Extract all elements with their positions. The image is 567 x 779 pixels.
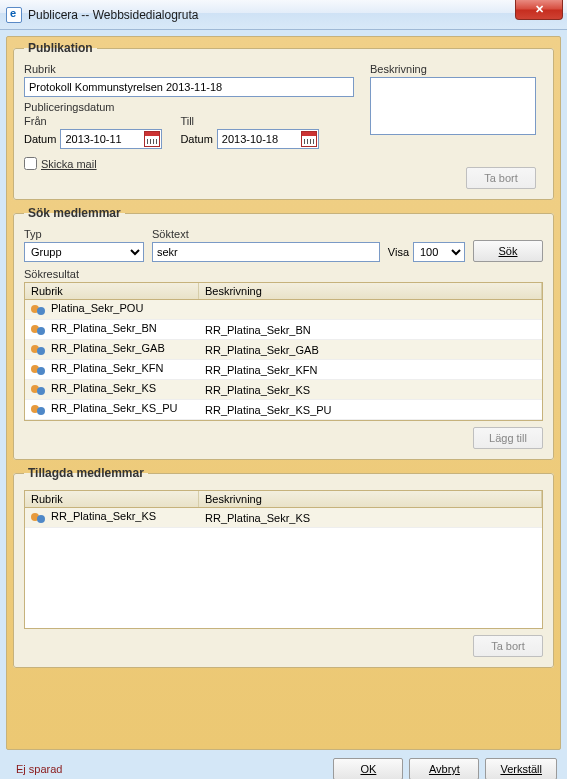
soktext-input[interactable]: [152, 242, 380, 262]
panel-publikation: Publikation Rubrik Publiceringsdatum Frå…: [13, 41, 554, 200]
panel-sok-medlemmar: Sök medlemmar Typ Grupp Söktext Visa 100…: [13, 206, 554, 460]
group-icon: [31, 323, 47, 337]
table-row[interactable]: Platina_Sekr_POU: [25, 300, 542, 320]
typ-label: Typ: [24, 228, 144, 240]
typ-select[interactable]: Grupp: [24, 242, 144, 262]
panel-tillagda-medlemmar: Tillagda medlemmar Rubrik Beskrivning RR…: [13, 466, 554, 668]
fran-label: Från: [24, 115, 162, 127]
group-icon: [31, 343, 47, 357]
table-row[interactable]: RR_Platina_Sekr_KFNRR_Platina_Sekr_KFN: [25, 360, 542, 380]
beskrivning-label: Beskrivning: [370, 63, 536, 75]
from-date-field[interactable]: [60, 129, 162, 149]
ta-bort-button: Ta bort: [466, 167, 536, 189]
ta-bort-medlem-button: Ta bort: [473, 635, 543, 657]
skicka-mail-label[interactable]: Skicka mail: [41, 158, 97, 170]
cell-beskrivning: RR_Platina_Sekr_GAB: [199, 344, 542, 356]
calendar-icon[interactable]: [144, 131, 160, 147]
lagg-till-button: Lägg till: [473, 427, 543, 449]
col-rubrik-header[interactable]: Rubrik: [25, 283, 199, 299]
visa-label: Visa: [388, 246, 409, 258]
table-row[interactable]: RR_Platina_Sekr_KSRR_Platina_Sekr_KS: [25, 380, 542, 400]
cell-beskrivning: RR_Platina_Sekr_KS: [199, 384, 542, 396]
avbryt-button[interactable]: Avbryt: [409, 758, 479, 779]
group-icon: [31, 363, 47, 377]
soktext-label: Söktext: [152, 228, 380, 240]
cell-rubrik: RR_Platina_Sekr_BN: [25, 322, 199, 336]
cell-beskrivning: RR_Platina_Sekr_BN: [199, 324, 542, 336]
group-icon: [31, 303, 47, 317]
panel-sok-legend: Sök medlemmar: [24, 206, 125, 220]
cell-beskrivning: RR_Platina_Sekr_KS: [199, 512, 542, 524]
to-date-input[interactable]: [218, 130, 300, 148]
group-icon: [31, 383, 47, 397]
sokresultat-body[interactable]: Platina_Sekr_POURR_Platina_Sekr_BNRR_Pla…: [25, 300, 542, 420]
cell-rubrik: RR_Platina_Sekr_KS: [25, 510, 199, 524]
ie-icon: [6, 7, 22, 23]
verkstall-button[interactable]: Verkställ: [485, 758, 557, 779]
from-date-input[interactable]: [61, 130, 143, 148]
col-beskrivning-header[interactable]: Beskrivning: [199, 491, 542, 507]
cell-rubrik: RR_Platina_Sekr_KS_PU: [25, 402, 199, 416]
status-text: Ej sparad: [16, 763, 62, 775]
datum-label-to: Datum: [180, 133, 212, 145]
group-icon: [31, 511, 47, 525]
cell-rubrik: Platina_Sekr_POU: [25, 302, 199, 316]
group-icon: [31, 403, 47, 417]
panel-tillagda-legend: Tillagda medlemmar: [24, 466, 148, 480]
dialog-body: Publikation Rubrik Publiceringsdatum Frå…: [6, 36, 561, 750]
panel-publikation-legend: Publikation: [24, 41, 97, 55]
beskrivning-textarea[interactable]: [370, 77, 536, 135]
rubrik-label: Rubrik: [24, 63, 356, 75]
table-row[interactable]: RR_Platina_Sekr_KS_PURR_Platina_Sekr_KS_…: [25, 400, 542, 420]
window-title: Publicera -- Webbsidedialogruta: [28, 8, 199, 22]
dialog-footer: Ej sparad OK Avbryt Verkställ: [0, 752, 567, 779]
tillagda-body[interactable]: RR_Platina_Sekr_KSRR_Platina_Sekr_KS: [25, 508, 542, 628]
ok-button[interactable]: OK: [333, 758, 403, 779]
sokresultat-label: Sökresultat: [24, 268, 543, 280]
cell-rubrik: RR_Platina_Sekr_GAB: [25, 342, 199, 356]
till-label: Till: [180, 115, 318, 127]
datum-label-from: Datum: [24, 133, 56, 145]
window-titlebar: Publicera -- Webbsidedialogruta ✕: [0, 0, 567, 30]
skicka-mail-checkbox[interactable]: [24, 157, 37, 170]
grid-header: Rubrik Beskrivning: [25, 491, 542, 508]
col-beskrivning-header[interactable]: Beskrivning: [199, 283, 542, 299]
table-row[interactable]: RR_Platina_Sekr_GABRR_Platina_Sekr_GAB: [25, 340, 542, 360]
cell-rubrik: RR_Platina_Sekr_KFN: [25, 362, 199, 376]
rubrik-input[interactable]: [24, 77, 354, 97]
close-button[interactable]: ✕: [515, 0, 563, 20]
cell-beskrivning: RR_Platina_Sekr_KFN: [199, 364, 542, 376]
cell-rubrik: RR_Platina_Sekr_KS: [25, 382, 199, 396]
col-rubrik-header[interactable]: Rubrik: [25, 491, 199, 507]
publiceringsdatum-label: Publiceringsdatum: [24, 101, 356, 113]
table-row[interactable]: RR_Platina_Sekr_KSRR_Platina_Sekr_KS: [25, 508, 542, 528]
to-date-field[interactable]: [217, 129, 319, 149]
calendar-icon[interactable]: [301, 131, 317, 147]
sokresultat-grid: Rubrik Beskrivning Platina_Sekr_POURR_Pl…: [24, 282, 543, 421]
grid-header: Rubrik Beskrivning: [25, 283, 542, 300]
table-row[interactable]: RR_Platina_Sekr_BNRR_Platina_Sekr_BN: [25, 320, 542, 340]
cell-beskrivning: RR_Platina_Sekr_KS_PU: [199, 404, 542, 416]
visa-select[interactable]: 100: [413, 242, 465, 262]
tillagda-grid: Rubrik Beskrivning RR_Platina_Sekr_KSRR_…: [24, 490, 543, 629]
sok-button[interactable]: Sök: [473, 240, 543, 262]
